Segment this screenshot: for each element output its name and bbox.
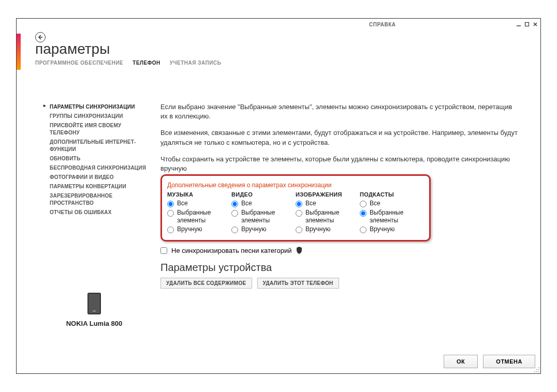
delete-content-button[interactable]: УДАЛИТЬ ВСЕ СОДЕРЖИМОЕ	[160, 278, 252, 289]
page-title: параметры	[35, 41, 110, 57]
svg-point-9	[536, 371, 537, 372]
radio-music-manual[interactable]: Вручную	[167, 225, 231, 233]
no-sync-label: Не синхронизировать песни категорий	[171, 247, 292, 254]
radio-podcasts-selected[interactable]: Выбранные элементы	[360, 209, 424, 224]
sidebar-item-wireless-sync[interactable]: БЕСПРОВОДНАЯ СИНХРОНИЗАЦИЯ	[45, 163, 148, 173]
radio-images-manual[interactable]: Вручную	[296, 225, 360, 233]
close-button[interactable]	[532, 21, 538, 27]
svg-point-10	[534, 371, 535, 372]
radio-video-all[interactable]: Все	[231, 200, 296, 207]
sidebar-item-internet[interactable]: ДОПОЛНИТЕЛЬНЫЕ ИНТЕРНЕТ-ФУНКЦИИ	[45, 138, 148, 154]
sync-options-highlight: Дополнительные сведения о параметрах син…	[160, 174, 431, 242]
phone-icon	[87, 293, 101, 314]
category-head-podcasts: ПОДКАСТЫ	[360, 191, 424, 198]
paragraph-1: Если выбрано значение "Выбранные элемент…	[160, 102, 518, 121]
radio-music-all[interactable]: Все	[167, 200, 231, 207]
category-music: МУЗЫКА Все Выбранные элементы Вручную	[167, 191, 231, 235]
radio-images-all[interactable]: Все	[296, 200, 360, 207]
sidebar-item-reserved-space[interactable]: ЗАРЕЗЕРВИРОВАННОЕ ПРОСТРАНСТВО	[45, 191, 148, 208]
category-head-images: ИЗОБРАЖЕНИЯ	[296, 191, 360, 198]
category-row: МУЗЫКА Все Выбранные элементы Вручную ВИ…	[167, 191, 424, 235]
radio-music-selected[interactable]: Выбранные элементы	[167, 209, 231, 224]
tabs: ПРОГРАММНОЕ ОБЕСПЕЧЕНИЕ ТЕЛЕФОН УЧЕТНАЯ …	[35, 60, 221, 66]
no-sync-checkbox-row: Не синхронизировать песни категорий	[160, 247, 518, 254]
category-images: ИЗОБРАЖЕНИЯ Все Выбранные элементы Вручн…	[296, 191, 360, 235]
sidebar-item-photos-video[interactable]: ФОТОГРАФИИ И ВИДЕО	[45, 173, 148, 182]
content-area: Если выбрано значение "Выбранные элемент…	[160, 102, 518, 289]
help-link[interactable]: СПРАВКА	[369, 22, 395, 27]
radio-video-manual[interactable]: Вручную	[231, 225, 296, 233]
radio-podcasts-all[interactable]: Все	[360, 200, 424, 207]
category-podcasts: ПОДКАСТЫ Все Выбранные элементы Вручную	[360, 191, 424, 235]
radio-video-selected[interactable]: Выбранные элементы	[231, 209, 296, 224]
minimize-button[interactable]	[516, 21, 522, 27]
sidebar-item-error-reports[interactable]: ОТЧЕТЫ ОБ ОШИБКАХ	[45, 208, 148, 217]
maximize-button[interactable]	[524, 21, 530, 27]
resize-grip-icon[interactable]	[534, 367, 540, 373]
tab-software[interactable]: ПРОГРАММНОЕ ОБЕСПЕЧЕНИЕ	[35, 60, 123, 66]
sidebar-item-name-phone[interactable]: ПРИСВОЙТЕ ИМЯ СВОЕМУ ТЕЛЕФОНУ	[45, 121, 148, 138]
sidebar-item-sync-groups[interactable]: ГРУППЫ СИНХРОНИЗАЦИИ	[45, 112, 148, 121]
sidebar-item-sync-params[interactable]: ПАРАМЕТРЫ СИНХРОНИЗАЦИИ	[45, 102, 148, 112]
tab-account[interactable]: УЧЕТНАЯ ЗАПИСЬ	[170, 60, 222, 66]
tab-phone[interactable]: ТЕЛЕФОН	[133, 60, 160, 66]
sidebar-item-update[interactable]: ОБНОВИТЬ	[45, 154, 148, 163]
category-video: ВИДЕО Все Выбранные элементы Вручную	[231, 191, 296, 235]
delete-phone-button[interactable]: УДАЛИТЬ ЭТОТ ТЕЛЕФОН	[257, 278, 339, 289]
svg-point-7	[536, 369, 537, 370]
titlebar	[516, 19, 540, 30]
ok-button[interactable]: ОК	[444, 355, 478, 368]
cancel-button[interactable]: ОТМЕНА	[483, 355, 535, 368]
device-name-label: NOKIA Lumia 800	[55, 320, 133, 327]
dialog-footer: ОК ОТМЕНА	[444, 355, 535, 368]
shield-icon	[296, 247, 302, 254]
sidebar-item-conversion[interactable]: ПАРАМЕТРЫ КОНВЕРТАЦИИ	[45, 182, 148, 191]
paragraph-3: Чтобы сохранить на устройстве те элемент…	[160, 155, 518, 173]
device-params-heading: Параметры устройства	[160, 262, 518, 274]
device-buttons-row: УДАЛИТЬ ВСЕ СОДЕРЖИМОЕ УДАЛИТЬ ЭТОТ ТЕЛЕ…	[160, 278, 518, 289]
accent-bar	[17, 34, 21, 70]
radio-images-selected[interactable]: Выбранные элементы	[296, 209, 360, 224]
settings-window: СПРАВКА параметры ПРОГРАММНОЕ ОБЕСПЕЧЕНИ…	[17, 19, 540, 373]
radio-podcasts-manual[interactable]: Вручную	[360, 225, 424, 233]
svg-point-5	[538, 367, 539, 368]
sidebar: ПАРАМЕТРЫ СИНХРОНИЗАЦИИ ГРУППЫ СИНХРОНИЗ…	[45, 102, 148, 217]
category-head-video: ВИДЕО	[231, 191, 296, 198]
paragraph-2: Все изменения, связанные с этими элемент…	[160, 128, 518, 147]
category-head-music: МУЗЫКА	[167, 191, 231, 198]
svg-point-6	[538, 369, 539, 370]
svg-rect-1	[525, 23, 529, 26]
device-panel: NOKIA Lumia 800	[55, 293, 133, 327]
svg-point-8	[538, 371, 539, 372]
sync-info-link[interactable]: Дополнительные сведения о параметрах син…	[167, 182, 332, 189]
no-sync-checkbox[interactable]	[160, 247, 167, 254]
